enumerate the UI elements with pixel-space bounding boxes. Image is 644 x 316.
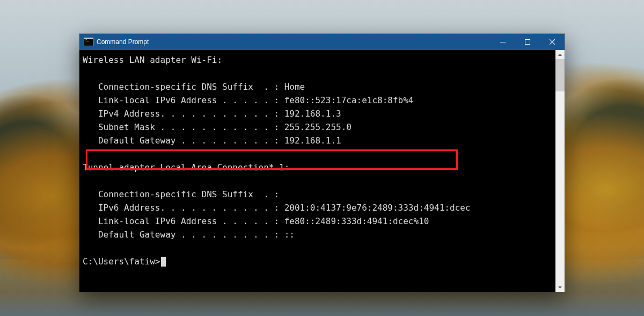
output-line: Link-local IPv6 Address . . . . . : fe80… [83, 216, 429, 226]
scrollbar-thumb[interactable] [555, 59, 565, 91]
output-line: Wireless LAN adapter Wi-Fi: [83, 55, 222, 65]
titlebar[interactable]: Command Prompt [79, 34, 565, 50]
window-client-area: Wireless LAN adapter Wi-Fi: Connection-s… [79, 50, 565, 292]
output-line-default-gateway: Default Gateway . . . . . . . . . : 192.… [83, 135, 341, 146]
output-line: IPv4 Address. . . . . . . . . . . : 192.… [83, 109, 341, 119]
output-line: Tunnel adapter Local Area Connection* 1: [83, 162, 289, 173]
scrollbar-track[interactable] [555, 59, 565, 283]
minimize-button[interactable] [491, 34, 515, 50]
maximize-button[interactable] [515, 34, 540, 50]
scroll-up-button[interactable] [555, 50, 565, 59]
svg-marker-3 [558, 286, 562, 289]
output-line: Link-local IPv6 Address . . . . . : fe80… [83, 95, 414, 105]
output-line: Connection-specific DNS Suffix . : [83, 189, 279, 199]
svg-rect-0 [500, 42, 506, 42]
svg-rect-1 [525, 40, 530, 45]
svg-marker-2 [558, 54, 562, 56]
scroll-down-button[interactable] [555, 283, 565, 292]
vertical-scrollbar[interactable] [555, 50, 565, 292]
window-title: Command Prompt [97, 38, 149, 46]
command-prompt-window: Command Prompt Wireless LAN adapter Wi-F… [79, 34, 565, 292]
output-line: Connection-specific DNS Suffix . : Home [83, 82, 305, 92]
command-prompt-icon [84, 38, 93, 46]
terminal-output[interactable]: Wireless LAN adapter Wi-Fi: Connection-s… [79, 50, 555, 292]
output-line: Default Gateway . . . . . . . . . : :: [83, 229, 295, 240]
command-prompt: C:\Users\fatiw> [83, 256, 160, 267]
close-button[interactable] [540, 34, 565, 50]
text-cursor [161, 257, 166, 267]
output-line: IPv6 Address. . . . . . . . . . . : 2001… [83, 203, 470, 213]
output-line: Subnet Mask . . . . . . . . . . . : 255.… [83, 122, 352, 132]
